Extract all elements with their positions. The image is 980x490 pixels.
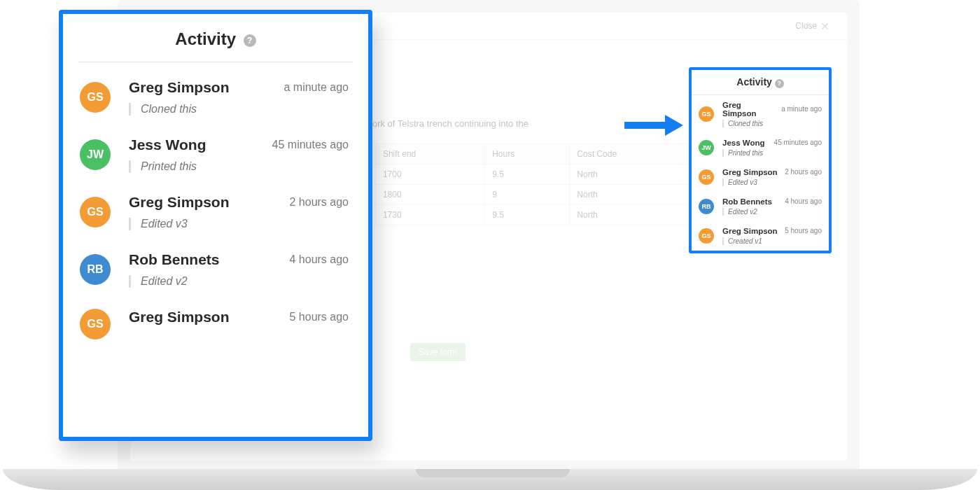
activity-action: Created v1 <box>722 237 822 245</box>
laptop-base <box>3 469 977 490</box>
col-cost-code: Cost Code <box>570 144 694 164</box>
activity-user: Greg Simpson <box>722 227 779 235</box>
activity-time: 45 minutes ago <box>272 139 349 151</box>
activity-action: Edited v3 <box>722 178 822 186</box>
save-form-button[interactable]: Save form <box>410 343 465 361</box>
activity-time: 4 hours ago <box>289 253 349 266</box>
avatar: JW <box>80 139 111 170</box>
laptop-notch <box>416 469 570 477</box>
svg-rect-3 <box>624 122 665 129</box>
activity-user: Rob Bennets <box>722 197 779 206</box>
activity-user: Jess Wong <box>129 136 257 153</box>
close-label: Close <box>795 21 817 31</box>
activity-user: Greg Simpson <box>129 309 274 326</box>
activity-panel-zoom: Activity ? GS Greg Simpson a minute ago … <box>59 10 372 441</box>
activity-item[interactable]: RB Rob Bennets 4 hours ago Edited v2 <box>692 192 829 221</box>
activity-time: a minute ago <box>284 81 349 94</box>
callout-arrow-icon <box>624 113 683 137</box>
activity-item[interactable]: RB Rob Bennets 4 hours ago Edited v2 <box>63 240 368 298</box>
col-hours: Hours <box>485 144 570 164</box>
activity-user: Greg Simpson <box>722 168 779 176</box>
activity-item[interactable]: GS Greg Simpson 2 hours ago Edited v3 <box>63 183 368 240</box>
activity-user: Greg Simpson <box>722 101 776 118</box>
avatar: GS <box>80 309 111 340</box>
activity-item[interactable]: GS Greg Simpson a minute ago Cloned this <box>692 95 829 133</box>
activity-time: 2 hours ago <box>289 196 349 209</box>
activity-item[interactable]: GS Greg Simpson 2 hours ago Edited v3 <box>692 162 829 192</box>
activity-time: a minute ago <box>781 105 822 113</box>
activity-user: Jess Wong <box>722 139 769 147</box>
divider <box>78 62 353 62</box>
activity-action: Edited v2 <box>129 275 349 288</box>
activity-panel-title: Activity ? <box>692 70 829 95</box>
activity-user: Rob Bennets <box>129 251 274 268</box>
svg-marker-4 <box>665 115 683 136</box>
avatar: GS <box>699 106 714 122</box>
help-icon[interactable]: ? <box>775 79 784 88</box>
activity-action: Printed this <box>129 160 349 173</box>
avatar: RB <box>699 199 714 214</box>
activity-time: 5 hours ago <box>785 227 822 234</box>
activity-action: Cloned this <box>722 120 822 127</box>
activity-action: Cloned this <box>129 103 349 115</box>
avatar: JW <box>699 140 714 155</box>
activity-time: 5 hours ago <box>289 311 349 323</box>
activity-item[interactable]: JW Jess Wong 45 minutes ago Printed this <box>692 133 829 162</box>
activity-action: Edited v3 <box>129 218 349 230</box>
activity-item[interactable]: GS Greg Simpson 5 hours ago <box>63 298 368 340</box>
help-icon[interactable]: ? <box>244 34 256 47</box>
activity-user: Greg Simpson <box>129 194 274 211</box>
activity-action: Printed this <box>722 149 822 157</box>
activity-item[interactable]: GS Greg Simpson a minute ago Cloned this <box>63 68 368 125</box>
activity-item[interactable]: JW Jess Wong 45 minutes ago Printed this <box>63 125 368 183</box>
avatar: GS <box>80 197 111 227</box>
avatar: GS <box>699 228 714 244</box>
activity-panel-title: Activity ? <box>63 14 368 62</box>
activity-user: Greg Simpson <box>129 79 268 96</box>
avatar: GS <box>699 169 714 185</box>
close-icon <box>821 22 829 30</box>
activity-action: Edited v2 <box>722 208 822 216</box>
avatar: GS <box>80 82 111 113</box>
activity-time: 2 hours ago <box>785 168 822 176</box>
close-button[interactable]: Close <box>795 21 829 31</box>
col-shift-end: Shift end <box>375 144 484 164</box>
activity-time: 4 hours ago <box>785 197 822 205</box>
activity-item[interactable]: GS Greg Simpson 5 hours ago Created v1 <box>692 221 829 251</box>
avatar: RB <box>80 254 111 285</box>
activity-time: 45 minutes ago <box>774 139 822 146</box>
activity-panel: Activity ? GS Greg Simpson a minute ago … <box>689 67 832 253</box>
